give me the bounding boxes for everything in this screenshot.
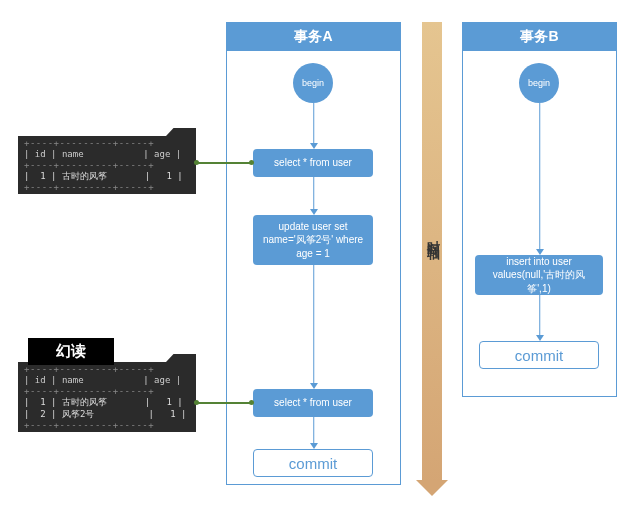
table-divider: +----+---------+-----+	[18, 182, 196, 192]
arrow-line	[313, 265, 315, 383]
arrow-line	[539, 295, 541, 335]
table-divider: +----+---------+-----+	[18, 138, 196, 148]
tx-a-update: update user set name='风筝2号' where age = …	[253, 215, 373, 265]
table-header: | id | name | age |	[18, 374, 196, 386]
connector-line	[196, 402, 252, 404]
tx-a-select-1: select * from user	[253, 149, 373, 177]
tab-notch-icon	[166, 354, 196, 362]
arrow-line	[313, 103, 315, 143]
table-divider: +----+---------+-----+	[18, 420, 196, 430]
result-table-2: 幻读 +----+---------+-----+ | id | name | …	[18, 362, 196, 432]
transaction-b-column: 事务B begin insert into user values(null,'…	[462, 22, 617, 397]
tx-b-commit: commit	[479, 341, 599, 369]
tx-a-begin: begin	[293, 63, 333, 103]
transaction-a-title: 事务A	[227, 23, 400, 51]
tab-notch-icon	[166, 128, 196, 136]
connector-line	[196, 162, 252, 164]
transaction-b-title: 事务B	[463, 23, 616, 51]
arrow-line	[313, 177, 315, 209]
table-divider: +----+---------+-----+	[18, 160, 196, 170]
arrow-line	[313, 417, 315, 443]
table-header: | id | name | age |	[18, 148, 196, 160]
phantom-read-label: 幻读	[28, 338, 114, 365]
timeline-arrowhead	[416, 480, 448, 496]
table-divider: +----+---------+-----+	[18, 386, 196, 396]
tx-a-select-2: select * from user	[253, 389, 373, 417]
arrow-line	[539, 103, 541, 249]
result-table-1: +----+---------+-----+ | id | name | age…	[18, 136, 196, 194]
table-row: | 1 | 古时的风筝 | 1 |	[18, 396, 196, 408]
tx-b-insert: insert into user values(null,'古时的风筝',1)	[475, 255, 603, 295]
timeline-label: 时间轴	[424, 230, 442, 239]
tx-b-begin: begin	[519, 63, 559, 103]
table-divider: +----+---------+-----+	[18, 364, 196, 374]
table-row: | 1 | 古时的风筝 | 1 |	[18, 170, 196, 182]
timeline-bar	[422, 22, 442, 485]
transaction-a-column: 事务A begin select * from user update user…	[226, 22, 401, 485]
tx-a-commit: commit	[253, 449, 373, 477]
table-row: | 2 | 风筝2号 | 1 |	[18, 408, 196, 420]
